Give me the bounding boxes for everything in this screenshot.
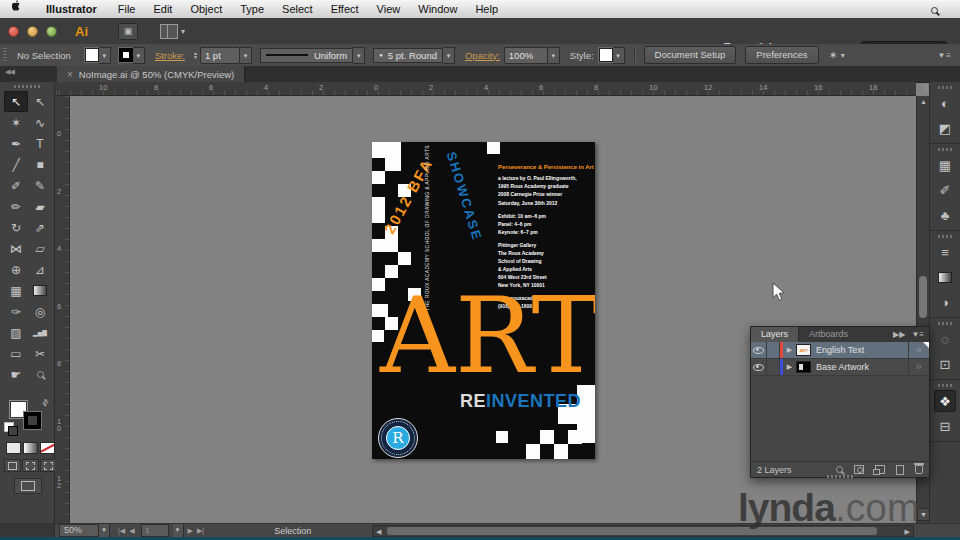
line-segment-tool[interactable]: ╱ xyxy=(4,154,28,175)
shape-builder-tool[interactable]: ⊕ xyxy=(4,259,28,280)
panel-resize-grip[interactable] xyxy=(827,475,853,478)
gradient-panel-icon[interactable] xyxy=(934,266,956,288)
brush-dropdown[interactable]: ▾ xyxy=(443,47,455,64)
style-swatch[interactable] xyxy=(599,48,613,62)
window-close-button[interactable] xyxy=(8,26,19,37)
preferences-button[interactable]: Preferences xyxy=(745,46,818,64)
layer-name[interactable]: Base Artwork xyxy=(816,362,908,372)
layer-name[interactable]: English Text xyxy=(816,345,908,355)
free-transform-tool[interactable]: ▱ xyxy=(28,238,52,259)
artboard-poster[interactable]: 2012 BFA SHOWCASE THE ROUX ACADEMY SCHOO… xyxy=(372,142,595,459)
menu-item-select[interactable]: Select xyxy=(273,3,322,15)
document-setup-button[interactable]: Document Setup xyxy=(644,46,737,64)
layer-row-base-artwork[interactable]: ▶Base Artwork○ xyxy=(751,359,929,376)
variable-width-profile[interactable]: Uniform xyxy=(260,48,353,63)
apple-menu-icon[interactable] xyxy=(12,0,23,18)
opacity-panel-link[interactable]: Opacity: xyxy=(465,50,500,61)
symbols-panel-icon[interactable]: ♣ xyxy=(934,204,956,226)
draw-behind-button[interactable] xyxy=(22,459,39,472)
layer-target-icon[interactable]: ○ xyxy=(908,359,929,375)
menu-item-object[interactable]: Object xyxy=(181,3,231,15)
stroke-panel-link[interactable]: Stroke: xyxy=(155,50,185,61)
pencil-tool[interactable]: ✎ xyxy=(28,175,52,196)
opacity-dropdown[interactable]: ▾ xyxy=(548,47,560,64)
lasso-tool[interactable]: ∿ xyxy=(28,112,52,133)
graphic-styles-panel-icon[interactable]: ⊡ xyxy=(934,353,956,375)
layer-row-english-text[interactable]: ▶ARTEnglish Text○ xyxy=(751,342,929,359)
panel-drag-handle[interactable] xyxy=(938,148,952,151)
draw-normal-button[interactable] xyxy=(4,459,21,472)
horizontal-scrollbar[interactable]: ◀ ▶ xyxy=(372,525,914,537)
default-fill-stroke-icon[interactable] xyxy=(4,422,14,432)
layer-target-icon[interactable]: ○ xyxy=(908,342,929,358)
screen-mode-button[interactable] xyxy=(14,478,42,494)
panel-drag-handle[interactable] xyxy=(938,86,952,89)
new-sublayer-icon[interactable] xyxy=(875,465,885,474)
artboard-tool[interactable]: ▭ xyxy=(4,343,28,364)
menu-item-window[interactable]: Window xyxy=(409,3,466,15)
menu-item-illustrator[interactable]: Illustrator xyxy=(37,3,109,15)
panel-drag-handle[interactable] xyxy=(14,85,40,88)
direct-selection-tool[interactable]: ↖ xyxy=(28,91,52,112)
last-artboard-icon[interactable]: ▶| xyxy=(197,527,204,535)
stroke-weight-dropdown[interactable]: ▾ xyxy=(240,47,252,64)
perspective-grid-tool[interactable]: ⊿ xyxy=(28,259,52,280)
none-button[interactable] xyxy=(40,442,55,454)
stroke-panel-icon[interactable]: ≡ xyxy=(934,241,956,263)
transparency-panel-icon[interactable]: ◑ xyxy=(934,291,956,313)
panel-menu-icon[interactable]: ▼≡ xyxy=(911,330,924,339)
stroke-dropdown-button[interactable]: ▾ xyxy=(133,47,145,64)
color-guide-panel-icon[interactable]: ◩ xyxy=(934,117,956,139)
zoom-level-field[interactable]: 50% xyxy=(59,524,99,537)
close-document-icon[interactable]: × xyxy=(67,69,73,80)
appearance-panel-icon[interactable]: ◌ xyxy=(934,328,956,350)
panel-drag-handle[interactable] xyxy=(938,384,952,387)
opacity-field[interactable]: 100% xyxy=(504,47,548,64)
eyedropper-tool[interactable]: ✑ xyxy=(4,301,28,322)
window-zoom-button[interactable] xyxy=(46,26,57,37)
mesh-tool[interactable]: ▦ xyxy=(4,280,28,301)
vertical-ruler[interactable]: 02468101214 xyxy=(55,96,70,523)
brushes-panel-icon[interactable]: ✐ xyxy=(934,179,956,201)
selection-tool[interactable]: ↖ xyxy=(4,91,28,112)
stroke-weight-field[interactable]: 1 pt xyxy=(200,47,240,64)
artboard-dropdown-icon[interactable]: ▼ xyxy=(173,523,184,538)
stroke-color-swatch[interactable] xyxy=(119,48,133,62)
horizontal-ruler[interactable]: 1086420246810121416182 xyxy=(55,82,916,96)
first-artboard-icon[interactable]: |◀ xyxy=(118,527,125,535)
blend-tool[interactable]: ◎ xyxy=(28,301,52,322)
collapse-tools-icon[interactable]: ◀◀ xyxy=(5,68,14,76)
eraser-tool[interactable]: ▰ xyxy=(28,196,52,217)
type-tool[interactable]: T xyxy=(28,133,52,154)
style-dropdown[interactable]: ▾ xyxy=(613,47,625,64)
fill-color-swatch[interactable] xyxy=(85,48,99,62)
magic-wand-tool[interactable]: ✶ xyxy=(4,112,28,133)
next-artboard-icon[interactable]: ▶ xyxy=(188,527,193,535)
width-tool[interactable]: ⋈ xyxy=(4,238,28,259)
layer-expand-icon[interactable]: ▶ xyxy=(783,363,796,371)
menu-item-file[interactable]: File xyxy=(109,3,145,15)
rectangle-tool[interactable]: ■ xyxy=(28,154,52,175)
swatches-panel-icon[interactable]: ▦ xyxy=(934,154,956,176)
zoom-tool[interactable] xyxy=(28,364,52,385)
layer-lock-toggle[interactable] xyxy=(767,342,780,358)
select-similar-dropdown[interactable]: ▾ xyxy=(841,51,845,60)
gradient-button[interactable] xyxy=(23,442,38,454)
gradient-tool[interactable] xyxy=(28,280,52,301)
stroke-swatch[interactable] xyxy=(24,412,41,429)
spotlight-search-icon[interactable] xyxy=(931,4,938,16)
horizontal-scroll-thumb[interactable] xyxy=(387,527,877,535)
menu-item-type[interactable]: Type xyxy=(231,3,273,15)
tab-layers[interactable]: Layers xyxy=(751,327,799,342)
collapse-panel-icon[interactable]: ▶▶ xyxy=(893,330,905,339)
paintbrush-tool[interactable]: ✐ xyxy=(4,175,28,196)
brush-definition[interactable]: ● 5 pt. Round xyxy=(373,48,443,63)
panel-drag-handle[interactable] xyxy=(938,235,952,238)
layer-visibility-toggle[interactable] xyxy=(751,359,767,375)
rotate-tool[interactable]: ↻ xyxy=(4,217,28,238)
control-panel-menu-icon[interactable]: ▼≡ xyxy=(937,51,952,60)
menu-item-help[interactable]: Help xyxy=(466,3,507,15)
scroll-left-icon[interactable]: ◀ xyxy=(376,527,381,536)
color-panel-icon[interactable]: ◐ xyxy=(934,92,956,114)
go-to-bridge-button[interactable]: ▣ xyxy=(118,23,138,40)
